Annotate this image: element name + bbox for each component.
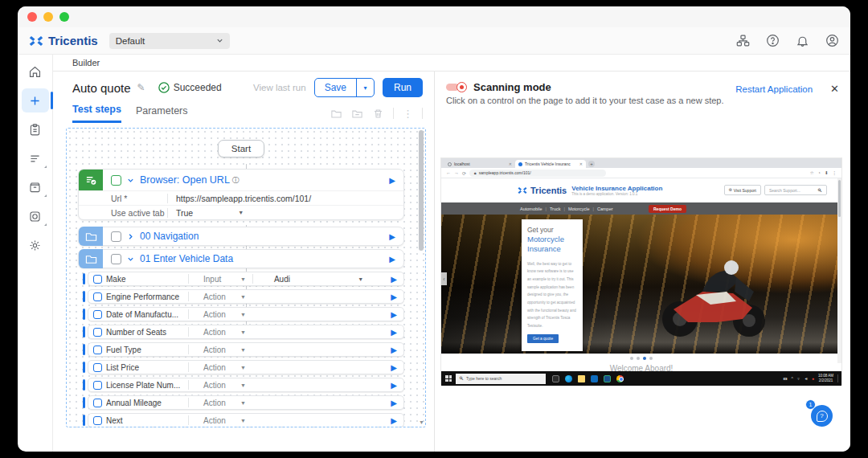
step-row-make[interactable]: Make Input ▼ Audi ▼ ▶: [88, 272, 404, 286]
profile-icon[interactable]: ◔: [818, 170, 821, 175]
visit-support-button[interactable]: 🌐︎Visit Support: [724, 185, 761, 195]
forward-icon[interactable]: →: [454, 170, 459, 175]
edge-browser-icon[interactable]: [565, 375, 572, 382]
account-avatar-icon[interactable]: [825, 34, 839, 47]
folder-checkbox[interactable]: [111, 231, 121, 242]
step-checkbox[interactable]: [111, 175, 121, 186]
collapse-chevron-icon[interactable]: [127, 177, 134, 184]
step-row-list-price[interactable]: List PriceAction▼▶: [88, 360, 404, 374]
carousel-dot[interactable]: [649, 357, 653, 360]
volume-icon[interactable]: 🔊︎: [805, 376, 808, 382]
camera-tray-icon[interactable]: 📷︎: [783, 376, 787, 381]
step-type-dropdown[interactable]: Action: [203, 292, 240, 301]
run-step-icon[interactable]: ▶: [391, 328, 397, 337]
run-button[interactable]: Run: [383, 78, 423, 97]
download-icon[interactable]: ⬇: [825, 170, 829, 175]
test-steps-canvas[interactable]: Start Browser: Open URL ⓘ ▶: [66, 128, 426, 427]
save-split-button[interactable]: Save ▾: [314, 78, 375, 97]
run-folder-icon[interactable]: ▶: [389, 255, 395, 264]
taskbar-search[interactable]: 🔍︎Type here to search: [456, 374, 546, 384]
sidebar-item-integrations[interactable]: [22, 204, 49, 228]
sidebar-item-repository[interactable]: [22, 175, 49, 199]
close-tab-icon[interactable]: ✕: [579, 162, 583, 166]
nav-camper[interactable]: Camper: [597, 207, 613, 211]
step-value[interactable]: Audi: [274, 275, 290, 284]
run-step-icon[interactable]: ▶: [391, 381, 397, 390]
carousel-prev-arrow[interactable]: ‹: [441, 272, 447, 285]
active-tab-value[interactable]: True: [176, 208, 193, 218]
step-type-dropdown[interactable]: Action: [203, 416, 240, 425]
row-checkbox[interactable]: [93, 292, 102, 301]
run-step-icon[interactable]: ▶: [389, 176, 395, 185]
nav-truck[interactable]: Truck: [550, 207, 561, 211]
group-folder-icon[interactable]: [351, 108, 363, 120]
help-chat-widget[interactable]: 1 ?: [805, 399, 833, 427]
folder-navigation[interactable]: 00 Navigation ▶: [78, 227, 404, 246]
url-bar[interactable]: 🔒︎sampleapp.tricentis.com/101/: [469, 170, 606, 177]
extensions-icon[interactable]: ☆: [810, 170, 814, 175]
browser-tab-inactive[interactable]: localhost✕: [444, 160, 515, 168]
row-checkbox[interactable]: [93, 346, 102, 354]
sidebar-item-new[interactable]: [22, 88, 49, 112]
tab-parameters[interactable]: Parameters: [136, 105, 188, 122]
dropdown-caret-icon[interactable]: ▼: [240, 365, 246, 370]
notifications-bell-icon[interactable]: [796, 34, 809, 47]
scroll-down-arrow-icon[interactable]: ▼: [419, 419, 424, 425]
step-row-date-of-manufacture[interactable]: Date of Manufactu...Action▼▶: [88, 307, 404, 321]
file-explorer-icon[interactable]: [578, 375, 585, 382]
zoom-window-button[interactable]: [59, 12, 69, 22]
step-type-dropdown[interactable]: Input: [203, 275, 240, 284]
browser-address-bar[interactable]: ← → ⟳ 🔒︎sampleapp.tricentis.com/101/ ☆◔⬇…: [441, 168, 841, 178]
delete-trash-icon[interactable]: [372, 108, 384, 120]
browser-tab-active[interactable]: Tricentis Vehicle Insuranc✕: [515, 160, 586, 168]
minimize-window-button[interactable]: [43, 12, 53, 22]
close-tab-icon[interactable]: ✕: [509, 162, 512, 166]
workspace-selector[interactable]: Default: [109, 33, 230, 49]
run-step-icon[interactable]: ▶: [391, 292, 397, 301]
dropdown-caret-icon[interactable]: ▼: [240, 276, 246, 282]
microsoft-store-icon[interactable]: [591, 375, 598, 382]
step-type-dropdown[interactable]: Action: [203, 310, 240, 319]
org-hierarchy-icon[interactable]: [736, 34, 750, 47]
support-search-input[interactable]: Search Support...🔍︎: [764, 185, 827, 195]
save-dropdown-button[interactable]: ▾: [356, 79, 374, 96]
dropdown-caret-icon[interactable]: ▼: [238, 210, 244, 215]
dropdown-caret-icon[interactable]: ▼: [240, 347, 246, 353]
network-icon[interactable]: ᯤ: [797, 376, 801, 381]
help-icon[interactable]: [766, 34, 780, 47]
photos-icon[interactable]: [604, 375, 611, 382]
view-last-run-link[interactable]: View last run: [253, 83, 306, 92]
run-step-icon[interactable]: ▶: [391, 346, 397, 354]
dropdown-caret-icon[interactable]: ▼: [240, 382, 246, 388]
run-step-icon[interactable]: ▶: [391, 275, 397, 284]
step-type-dropdown[interactable]: Action: [203, 346, 240, 354]
close-scanning-icon[interactable]: ✕: [830, 83, 839, 95]
run-step-icon[interactable]: ▶: [391, 416, 397, 425]
start-node[interactable]: Start: [218, 140, 264, 157]
step-type-dropdown[interactable]: Action: [203, 381, 240, 390]
step-row-engine-performance[interactable]: Engine PerformanceAction▼▶: [88, 289, 404, 304]
collapse-chevron-icon[interactable]: [127, 256, 134, 263]
request-demo-button[interactable]: Request Demo: [649, 205, 686, 213]
nav-motorcycle[interactable]: Motorcycle: [568, 207, 590, 211]
expand-chevron-icon[interactable]: [127, 233, 134, 240]
folder-title[interactable]: 00 Navigation: [140, 231, 199, 242]
add-folder-icon[interactable]: [330, 108, 342, 120]
scrollbar-thumb[interactable]: [419, 130, 424, 251]
active-tab-field-row[interactable]: Use active tab True ▼: [79, 205, 403, 219]
info-icon[interactable]: ⓘ: [232, 175, 240, 186]
step-row-next[interactable]: NextAction▼▶: [88, 413, 404, 427]
run-step-icon[interactable]: ▶: [391, 363, 397, 372]
sidebar-item-testcases[interactable]: [22, 117, 49, 141]
reload-icon[interactable]: ⟳: [462, 170, 466, 176]
tab-test-steps[interactable]: Test steps: [72, 104, 121, 123]
step-type-dropdown[interactable]: Action: [203, 363, 240, 372]
sidebar-item-results[interactable]: [22, 146, 49, 170]
start-button[interactable]: [441, 371, 456, 386]
get-a-quote-button[interactable]: Get a quote: [527, 334, 559, 343]
dropdown-caret-icon[interactable]: ▼: [240, 312, 246, 317]
show-desktop-divider[interactable]: [837, 374, 838, 382]
row-checkbox[interactable]: [93, 275, 102, 284]
taskbar-clock[interactable]: 10:08 AM2/2/2021: [818, 374, 833, 382]
step-row-annual-mileage[interactable]: Annual MileageAction▼▶: [88, 395, 404, 410]
